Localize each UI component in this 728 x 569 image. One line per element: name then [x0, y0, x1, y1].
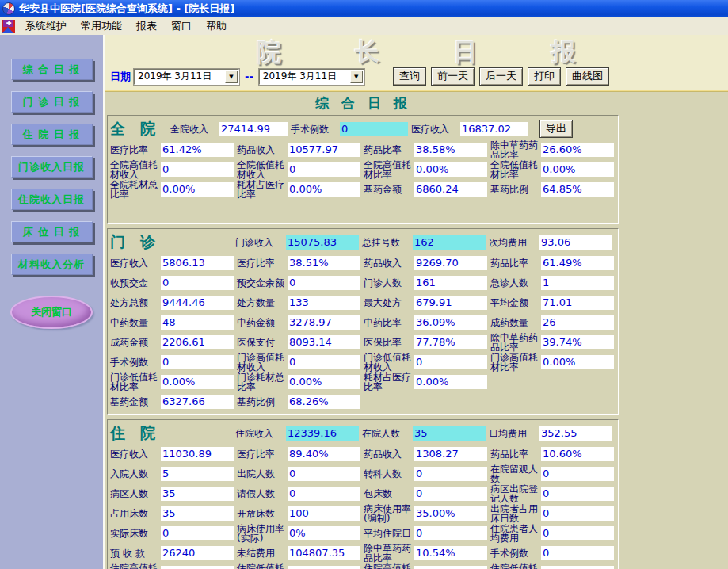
action-button-4[interactable]: 曲线图 — [566, 67, 609, 86]
action-button-3[interactable]: 打印 — [528, 67, 561, 86]
field-value[interactable]: 100 — [288, 506, 360, 521]
field-value[interactable]: 77.78% — [414, 335, 487, 349]
field-value[interactable]: 0 — [541, 467, 614, 481]
field-value[interactable]: 6860.24 — [414, 182, 487, 197]
field-value[interactable]: 0 — [161, 526, 234, 540]
field-value[interactable]: 133 — [288, 296, 360, 310]
field-value[interactable]: 0 — [414, 355, 487, 369]
field-value[interactable]: 35.00% — [414, 506, 487, 521]
field-value[interactable]: 0 — [340, 122, 408, 136]
field-value[interactable]: 0 — [541, 546, 614, 560]
menu-item-4[interactable]: 帮助 — [199, 17, 234, 36]
field-value[interactable]: 6327.66 — [161, 395, 234, 409]
field-value[interactable]: 679.91 — [414, 296, 487, 310]
field-value[interactable]: 0.00% — [541, 566, 614, 569]
sidebar-button-0[interactable]: 综 合 日 报 — [11, 59, 93, 80]
field-value[interactable]: 0 — [288, 355, 360, 369]
sidebar-button-4[interactable]: 住院收入日报 — [11, 189, 93, 210]
action-button-0[interactable]: 查询 — [393, 67, 426, 86]
field-value[interactable]: 0 — [541, 487, 614, 501]
field-value[interactable]: 38.51% — [288, 256, 360, 270]
field-value[interactable]: 1 — [541, 276, 614, 290]
field-value[interactable]: 5806.13 — [161, 256, 234, 270]
action-button-1[interactable]: 前一天 — [431, 67, 475, 86]
field-value[interactable]: 8093.14 — [288, 335, 360, 349]
field-value[interactable]: 352.55 — [539, 426, 612, 441]
menu-item-2[interactable]: 报表 — [129, 17, 164, 36]
field-value[interactable]: 0 — [288, 487, 360, 501]
date-from-combobox[interactable]: 2019年 3月11日 ▼ — [134, 69, 239, 85]
field-value[interactable]: 26 — [541, 315, 614, 330]
field-value[interactable]: 3278.97 — [288, 315, 360, 330]
field-value[interactable]: 61.42% — [161, 143, 234, 157]
field-value[interactable]: 35 — [161, 506, 234, 521]
field-value[interactable]: 26.60% — [541, 143, 614, 157]
field-value[interactable]: 162 — [413, 235, 486, 250]
chevron-down-icon[interactable]: ▼ — [350, 71, 363, 83]
field-value[interactable]: 104807.35 — [288, 546, 360, 560]
field-value[interactable]: 9444.46 — [161, 296, 234, 310]
chevron-down-icon[interactable]: ▼ — [225, 71, 238, 83]
field-value[interactable]: 10.54% — [414, 546, 487, 560]
export-button[interactable]: 导出 — [539, 120, 573, 138]
field-value[interactable]: 1308.27 — [414, 447, 487, 461]
field-value[interactable]: 10.60% — [541, 447, 614, 461]
menu-item-0[interactable]: 系统维护 — [18, 17, 74, 36]
field-value[interactable]: 68.26% — [288, 395, 360, 409]
field-value[interactable]: 71.01 — [541, 296, 614, 310]
field-value[interactable]: 0 — [161, 162, 234, 177]
field-value[interactable]: 0 — [414, 487, 487, 501]
field-value[interactable]: 9269.70 — [414, 256, 487, 270]
close-window-button[interactable]: 关闭窗口 — [10, 296, 93, 329]
field-value[interactable]: 10577.97 — [288, 143, 360, 157]
field-value[interactable]: 93.06 — [539, 235, 612, 250]
field-value[interactable]: 0.00% — [414, 162, 487, 177]
field-value[interactable]: 0.00% — [414, 566, 487, 569]
field-value[interactable]: 0 — [414, 467, 487, 481]
sidebar-button-5[interactable]: 床 位 日 报 — [11, 221, 93, 242]
field-value[interactable]: 11030.89 — [161, 447, 234, 461]
sidebar-button-6[interactable]: 材料收入分析 — [11, 254, 93, 275]
field-value[interactable]: 0 — [414, 526, 487, 540]
field-value[interactable]: 0 — [161, 566, 234, 569]
field-value[interactable]: 0 — [288, 467, 360, 481]
field-value[interactable]: 0.00% — [414, 375, 487, 389]
menu-item-3[interactable]: 窗口 — [164, 17, 199, 36]
sidebar-button-2[interactable]: 住 院 日 报 — [11, 124, 93, 145]
sidebar-button-3[interactable]: 门诊收入日报 — [11, 156, 93, 178]
field-value[interactable]: 26240 — [161, 546, 234, 560]
field-value[interactable]: 36.09% — [414, 315, 487, 330]
field-value[interactable]: 0 — [161, 355, 234, 369]
field-value[interactable]: 38.58% — [414, 143, 487, 157]
field-value[interactable]: 48 — [161, 315, 234, 330]
field-value[interactable]: 16837.02 — [460, 122, 528, 136]
field-value[interactable]: 0.00% — [541, 162, 614, 177]
field-value[interactable]: 161 — [414, 276, 487, 290]
field-value[interactable]: 89.40% — [288, 447, 360, 461]
field-value[interactable]: 0 — [288, 566, 360, 569]
field-value[interactable]: 0 — [541, 526, 614, 540]
field-value[interactable]: 2206.61 — [161, 335, 234, 349]
field-value[interactable]: 5 — [161, 467, 234, 481]
app-icon[interactable] — [2, 2, 15, 15]
field-value[interactable]: 64.85% — [541, 182, 614, 197]
date-to-combobox[interactable]: 2019年 3月11日 ▼ — [259, 69, 364, 85]
action-button-2[interactable]: 后一天 — [479, 67, 523, 86]
field-value[interactable]: 0 — [288, 162, 360, 177]
field-value[interactable]: 0.00% — [161, 182, 234, 197]
field-value[interactable]: 35 — [161, 487, 234, 501]
field-value[interactable]: 0 — [161, 276, 234, 290]
field-value[interactable]: 0.00% — [161, 375, 234, 389]
menu-item-1[interactable]: 常用功能 — [74, 17, 129, 36]
child-window-icon[interactable]: ✚ — [2, 20, 15, 33]
field-value[interactable]: 61.49% — [541, 256, 614, 270]
field-value[interactable]: 35 — [413, 426, 486, 441]
field-value[interactable]: 39.74% — [541, 335, 614, 349]
field-value[interactable]: 12339.16 — [286, 426, 359, 441]
field-value[interactable]: 0% — [288, 526, 360, 540]
field-value[interactable]: 27414.99 — [219, 122, 288, 136]
field-value[interactable]: 0 — [541, 506, 614, 521]
field-value[interactable]: 0.00% — [288, 182, 360, 197]
field-value[interactable]: 0 — [288, 276, 360, 290]
field-value[interactable]: 0.00% — [541, 355, 614, 369]
